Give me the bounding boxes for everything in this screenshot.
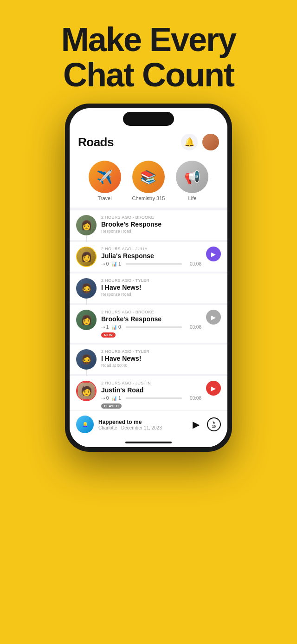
audio-bar-6 — [126, 397, 182, 399]
feed-subtitle-3: Response Road — [101, 292, 221, 297]
circle-chemistry-avatar: 📚 — [132, 161, 165, 193]
header-icons: 🔔 — [181, 134, 219, 150]
app-logo: Roads — [78, 135, 114, 150]
play-button-4[interactable]: ▶ — [206, 310, 221, 325]
new-badge: NEW — [101, 332, 116, 338]
thread-line-5 — [86, 370, 87, 376]
player-info: Happened to me Charlotte · December 11, … — [98, 419, 184, 430]
home-bar — [70, 438, 227, 447]
phone-wrapper: Roads 🔔 ✈️ — [0, 104, 297, 452]
circles-row: ✈️ Travel 📚 Chemistry 315 📢 — [70, 155, 227, 208]
feed-meta-5: 2 HOURS AGO · TYLER — [101, 349, 221, 354]
circle-travel-avatar: ✈️ — [89, 161, 121, 193]
feed-meta-2: 2 HOURS AGO · JULIA — [101, 247, 201, 251]
thread-line-1 — [86, 235, 87, 242]
feed-audio-6: ⇢ 0 📊 1 00:08 — [101, 396, 201, 401]
user-avatar-header[interactable] — [202, 134, 219, 150]
feed: 👩 2 HOURS AGO · BROOKE Brooke's Response… — [70, 208, 227, 410]
feed-title-5: I Have News! — [101, 355, 221, 362]
player-avatar: 👱‍♀️ — [76, 416, 94, 433]
avatar-brooke-2: 👩 — [76, 310, 97, 330]
feed-body-2: 2 HOURS AGO · JULIA Julia's Response ⇢ 0… — [101, 247, 201, 267]
audio-time-4: 00:08 — [187, 325, 201, 330]
bottom-player: 👱‍♀️ Happened to me Charlotte · December… — [70, 410, 227, 438]
audio-bar-4 — [126, 326, 182, 328]
feed-title-2: Julia's Response — [101, 252, 201, 260]
audio-bar-2 — [126, 263, 182, 265]
player-controls: ▶ ↻ 10 — [188, 417, 221, 432]
player-title: Happened to me — [98, 419, 184, 425]
chemistry-icon: 📚 — [140, 169, 156, 185]
feed-body-1: 2 HOURS AGO · BROOKE Brooke's Response R… — [101, 215, 221, 234]
share-stat-6: ⇢ 0 — [101, 396, 109, 401]
listen-stat-2: 📊 1 — [111, 261, 121, 267]
phone-device: Roads 🔔 ✈️ — [65, 104, 232, 452]
charlotte-icon: 👱‍♀️ — [83, 422, 88, 427]
avatar-tyler-2: 🧔 — [76, 349, 97, 370]
listen-stat-4: 📊 0 — [111, 325, 121, 330]
feed-body-6: 2 HOURS AGO · JUSTIN Justin's Road ⇢ 0 📊… — [101, 381, 201, 409]
feed-meta-4: 2 HOURS AGO · BROOKE — [101, 310, 201, 314]
travel-icon: ✈️ — [97, 169, 113, 185]
bell-icon: 🔔 — [184, 137, 194, 147]
feed-card-2[interactable]: 👩 2 HOURS AGO · JULIA Julia's Response ⇢… — [70, 242, 227, 272]
app-content: Roads 🔔 ✈️ — [70, 108, 227, 447]
share-stat-2: ⇢ 0 — [101, 261, 109, 267]
phone-screen: Roads 🔔 ✈️ — [70, 108, 227, 447]
feed-audio-4: ⇢ 1 📊 0 00:08 — [101, 325, 201, 330]
thread-line-3 — [86, 299, 87, 305]
audio-time-2: 00:08 — [187, 261, 201, 267]
feed-title-6: Justin's Road — [101, 386, 201, 394]
feed-subtitle-5: Road at 00:40 — [101, 363, 221, 368]
listen-stat-6: 📊 1 — [111, 396, 121, 401]
life-icon: 📢 — [184, 169, 200, 185]
feed-body-3: 2 HOURS AGO · TYLER I Have News! Respons… — [101, 278, 221, 297]
feed-audio-2: ⇢ 0 📊 1 00:08 — [101, 261, 201, 267]
user-avatar-image — [202, 134, 219, 150]
feed-title-1: Brooke's Response — [101, 221, 221, 228]
feed-card-4[interactable]: 👩 2 HOURS AGO · BROOKE Brooke's Response… — [70, 305, 227, 343]
circle-life[interactable]: 📢 Life — [176, 161, 208, 201]
circle-travel-label: Travel — [97, 195, 111, 201]
circle-chemistry[interactable]: 📚 Chemistry 315 — [132, 161, 165, 201]
avatar-brooke-1: 👩 — [76, 215, 97, 235]
feed-meta-6: 2 HOURS AGO · JUSTIN — [101, 381, 201, 385]
feed-card-3[interactable]: 🧔 2 HOURS AGO · TYLER I Have News! Respo… — [70, 273, 227, 303]
feed-card-5[interactable]: 🧔 2 HOURS AGO · TYLER I Have News! Road … — [70, 345, 227, 374]
home-bar-indicator — [125, 442, 172, 443]
circle-life-avatar: 📢 — [176, 161, 208, 193]
avatar-tyler-1: 🧔 — [76, 278, 97, 299]
notification-bell[interactable]: 🔔 — [181, 134, 198, 150]
feed-body-4: 2 HOURS AGO · BROOKE Brooke's Response ⇢… — [101, 310, 201, 338]
audio-time-6: 00:08 — [187, 396, 201, 401]
circle-chemistry-label: Chemistry 315 — [132, 195, 165, 201]
hero-headline: Make Every Chat Count — [0, 22, 297, 92]
play-button-2[interactable]: ▶ — [206, 247, 221, 261]
skip-label: 10 — [212, 425, 216, 428]
feed-body-5: 2 HOURS AGO · TYLER I Have News! Road at… — [101, 349, 221, 368]
share-stat-4: ⇢ 1 — [101, 325, 109, 330]
played-badge: PLAYED — [101, 403, 122, 409]
avatar-justin: 🧑 — [76, 381, 97, 401]
hero-section: Make Every Chat Count — [0, 0, 297, 104]
circle-life-label: Life — [188, 195, 197, 201]
feed-meta-1: 2 HOURS AGO · BROOKE — [101, 215, 221, 220]
play-button-6[interactable]: ▶ — [206, 381, 221, 396]
skip-icon: ↻ — [213, 421, 215, 425]
feed-title-3: I Have News! — [101, 284, 221, 291]
phone-notch — [123, 112, 174, 126]
hero-text: Make Every Chat Count — [0, 0, 297, 104]
feed-title-4: Brooke's Response — [101, 315, 201, 323]
player-play-button[interactable]: ▶ — [188, 417, 203, 432]
feed-card-6[interactable]: 🧑 2 HOURS AGO · JUSTIN Justin's Road ⇢ 0… — [70, 376, 227, 410]
player-subtitle: Charlotte · December 11, 2023 — [98, 425, 184, 430]
player-skip-button[interactable]: ↻ 10 — [207, 417, 221, 431]
feed-meta-3: 2 HOURS AGO · TYLER — [101, 278, 221, 283]
feed-subtitle-1: Response Road — [101, 229, 221, 234]
circle-travel[interactable]: ✈️ Travel — [89, 161, 121, 201]
feed-card-1[interactable]: 👩 2 HOURS AGO · BROOKE Brooke's Response… — [70, 210, 227, 240]
avatar-julia: 👩 — [76, 247, 97, 267]
